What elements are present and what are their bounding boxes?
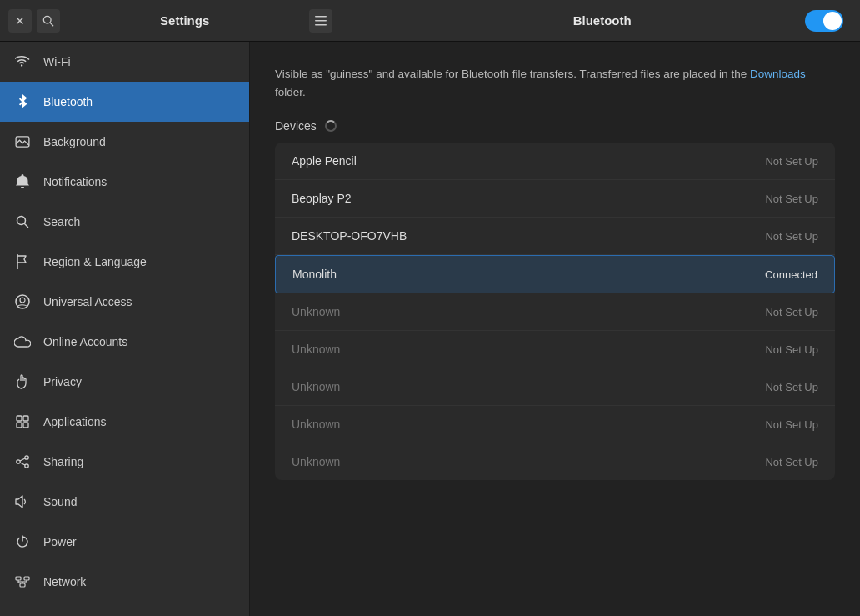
bluetooth-page-title: Bluetooth	[519, 13, 686, 28]
sidebar-item-background[interactable]: Background	[0, 122, 249, 162]
svg-line-18	[20, 463, 25, 465]
sidebar-item-universal-access[interactable]: Universal Access	[0, 282, 249, 322]
device-name: Unknown	[292, 418, 340, 431]
sidebar-label-region: Region & Language	[43, 255, 147, 268]
wifi-icon	[13, 53, 32, 71]
info-text: Visible as "guiness" and available for B…	[275, 65, 835, 101]
sidebar-item-sharing[interactable]: Sharing	[0, 442, 249, 482]
devices-label: Devices	[275, 119, 317, 133]
svg-point-16	[25, 464, 28, 468]
device-row[interactable]: DESKTOP-OFO7VHB Not Set Up	[275, 218, 835, 255]
svg-rect-2	[315, 16, 327, 18]
sidebar-label-sharing: Sharing	[43, 455, 83, 468]
close-button[interactable]: ✕	[8, 9, 32, 33]
sidebar-item-search[interactable]: Search	[0, 202, 249, 242]
search-button[interactable]	[37, 9, 60, 33]
sidebar-item-region[interactable]: Region & Language	[0, 242, 249, 282]
sidebar-item-network[interactable]: Network	[0, 562, 249, 602]
device-row[interactable]: Unknown Not Set Up	[275, 406, 835, 443]
toggle-knob	[823, 12, 842, 30]
sidebar-label-applications: Applications	[43, 415, 107, 428]
device-row[interactable]: Unknown Not Set Up	[275, 293, 835, 331]
svg-point-14	[25, 456, 28, 459]
bluetooth-toggle[interactable]	[805, 10, 843, 32]
device-status: Not Set Up	[765, 381, 818, 393]
settings-title: Settings	[60, 13, 309, 28]
svg-rect-10	[17, 416, 22, 421]
titlebar-right: Bluetooth	[336, 10, 852, 32]
sidebar-label-search: Search	[43, 215, 80, 228]
device-status: Connected	[765, 268, 818, 281]
devices-table: Apple Pencil Not Set Up Beoplay P2 Not S…	[275, 143, 835, 480]
svg-rect-12	[17, 423, 22, 428]
cloud-icon	[13, 333, 32, 351]
svg-rect-20	[24, 577, 29, 580]
device-name: Unknown	[292, 380, 340, 393]
svg-rect-11	[23, 416, 28, 421]
svg-line-7	[25, 224, 28, 228]
device-row[interactable]: Beoplay P2 Not Set Up	[275, 180, 835, 218]
sidebar-item-notifications[interactable]: Notifications	[0, 162, 249, 202]
sidebar-item-applications[interactable]: Applications	[0, 402, 249, 442]
menu-button[interactable]	[309, 9, 332, 33]
content-area: Visible as "guiness" and available for B…	[250, 42, 860, 616]
device-status: Not Set Up	[765, 343, 818, 356]
device-row[interactable]: Unknown Not Set Up	[275, 443, 835, 480]
svg-line-17	[20, 458, 25, 461]
device-row[interactable]: Monolith Connected	[275, 255, 835, 293]
device-name: DESKTOP-OFO7VHB	[292, 229, 407, 243]
device-name: Unknown	[292, 305, 340, 318]
speaker-icon	[13, 493, 32, 511]
sidebar-item-sound[interactable]: Sound	[0, 482, 249, 522]
sidebar-item-wifi[interactable]: Wi-Fi	[0, 42, 249, 82]
share-icon	[13, 453, 32, 471]
devices-header: Devices	[275, 119, 835, 133]
power-icon	[13, 533, 32, 551]
sidebar-label-wifi: Wi-Fi	[43, 55, 71, 68]
bell-icon	[13, 173, 32, 191]
device-status: Not Set Up	[765, 456, 818, 468]
sidebar-label-sound: Sound	[43, 495, 77, 508]
sidebar-label-universal-access: Universal Access	[43, 295, 132, 308]
device-name: Monolith	[292, 268, 337, 281]
search-icon	[13, 213, 32, 231]
titlebar: ✕ Settings Bluetooth	[0, 0, 860, 42]
sidebar-item-bluetooth[interactable]: Bluetooth	[0, 82, 249, 122]
svg-rect-13	[23, 423, 28, 428]
device-name: Apple Pencil	[292, 154, 357, 168]
main-layout: Wi-Fi Bluetooth Background Notifications…	[0, 42, 860, 616]
device-name: Unknown	[292, 455, 340, 468]
network-icon	[13, 573, 32, 591]
hand-icon	[13, 373, 32, 391]
flag-icon	[13, 253, 32, 271]
svg-point-9	[20, 298, 25, 303]
svg-rect-21	[20, 583, 25, 587]
device-status: Not Set Up	[765, 155, 818, 168]
device-row[interactable]: Apple Pencil Not Set Up	[275, 143, 835, 180]
sidebar-label-network: Network	[43, 575, 86, 588]
svg-point-15	[17, 460, 20, 463]
device-status: Not Set Up	[765, 418, 818, 431]
sidebar-label-background: Background	[43, 135, 106, 148]
svg-rect-4	[315, 24, 327, 26]
grid-icon	[13, 413, 32, 431]
svg-rect-3	[315, 20, 327, 22]
background-icon	[13, 133, 32, 151]
svg-line-1	[50, 23, 53, 26]
device-name: Unknown	[292, 343, 340, 356]
sidebar-item-power[interactable]: Power	[0, 522, 249, 562]
loading-spinner	[325, 120, 337, 132]
sidebar-label-privacy: Privacy	[43, 375, 82, 388]
device-row[interactable]: Unknown Not Set Up	[275, 368, 835, 406]
bluetooth-icon	[13, 93, 32, 111]
device-row[interactable]: Unknown Not Set Up	[275, 331, 835, 368]
svg-rect-19	[16, 577, 21, 580]
sidebar-label-power: Power	[43, 535, 77, 548]
device-status: Not Set Up	[765, 230, 818, 243]
sidebar-label-notifications: Notifications	[43, 175, 107, 188]
sidebar-label-online-accounts: Online Accounts	[43, 335, 128, 348]
device-status: Not Set Up	[765, 193, 818, 205]
sidebar-item-online-accounts[interactable]: Online Accounts	[0, 322, 249, 362]
downloads-link[interactable]: Downloads	[750, 68, 806, 80]
sidebar-item-privacy[interactable]: Privacy	[0, 362, 249, 402]
